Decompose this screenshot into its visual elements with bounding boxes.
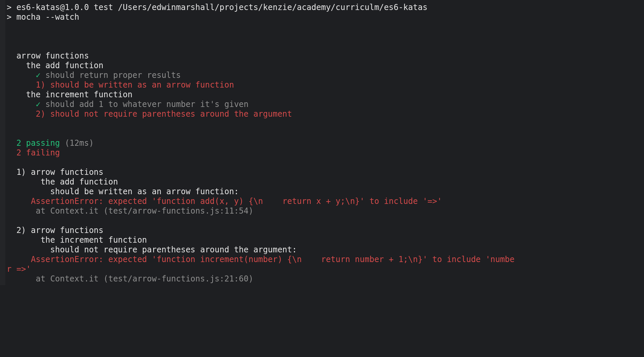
summary-pass-count: 2 <box>16 138 21 148</box>
error1-path3: should be written as an arrow function: <box>50 187 239 196</box>
error1-assertion: AssertionError: expected 'function add(x… <box>31 197 442 206</box>
check-icon: ✓ <box>36 71 41 80</box>
error2-path2: the increment function <box>41 235 147 245</box>
error1-num: 1) <box>16 167 26 177</box>
suite1-title: the add function <box>26 61 103 70</box>
prompt-caret: > <box>7 3 16 12</box>
npm-script-header-line1: > es6-katas@1.0.0 test /Users/edwinmarsh… <box>7 3 427 12</box>
suite1-fail-num: 1) <box>36 80 46 90</box>
npm-script-line1-text: es6-katas@1.0.0 test /Users/edwinmarshal… <box>16 3 427 12</box>
check-icon: ✓ <box>36 100 41 109</box>
error1-path2: the add function <box>41 177 118 187</box>
terminal-output: > es6-katas@1.0.0 test /Users/edwinmarsh… <box>0 0 644 285</box>
summary-pass-duration: (12ms) <box>60 138 94 148</box>
suite2-fail-text: should not require parentheses around th… <box>46 109 292 119</box>
error2-path3: should not require parentheses around th… <box>50 245 297 254</box>
suite2-pass-text: should add 1 to whatever number it's giv… <box>41 100 248 109</box>
npm-script-header-line2: > mocha --watch <box>7 12 79 22</box>
error1-path1: arrow functions <box>26 167 103 177</box>
prompt-caret: > <box>7 12 16 22</box>
error2-assertion-line2: r =>' <box>7 264 31 274</box>
suite-root-title: arrow functions <box>16 51 89 61</box>
summary-fail-word: failing <box>21 148 60 157</box>
suite2-title: the increment function <box>26 90 133 99</box>
error2-stack: at Context.it (test/arrow-functions.js:2… <box>36 274 253 283</box>
suite1-fail-text: should be written as an arrow function <box>46 80 234 90</box>
suite1-pass-text: should return proper results <box>41 71 181 80</box>
error2-num: 2) <box>16 226 26 235</box>
error2-assertion-line1: AssertionError: expected 'function incre… <box>31 255 514 264</box>
error2-path1: arrow functions <box>26 226 103 235</box>
summary-fail-count: 2 <box>16 148 21 157</box>
npm-script-line2-text: mocha --watch <box>16 12 79 22</box>
summary-pass-word: passing <box>21 138 60 148</box>
error1-stack: at Context.it (test/arrow-functions.js:1… <box>36 206 253 216</box>
suite2-fail-num: 2) <box>36 109 46 119</box>
